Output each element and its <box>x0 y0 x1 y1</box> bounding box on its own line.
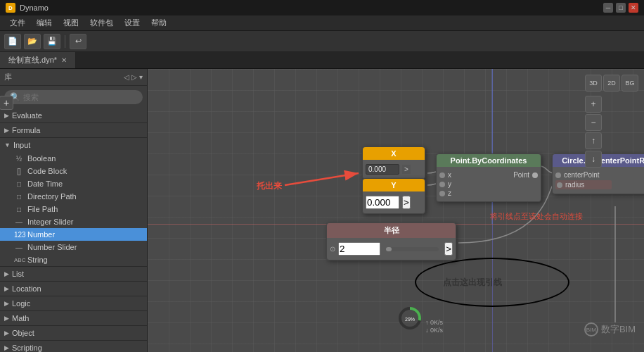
watermark: BIM 数字BIM <box>584 322 636 337</box>
node-y-arrow-btn[interactable]: > <box>402 196 411 209</box>
canvas-tool-up[interactable]: ↑ <box>585 132 602 149</box>
node-y[interactable]: Y > <box>362 178 425 214</box>
arrow-icon: ▶ <box>4 285 9 292</box>
sidebar-section-evaluate-header[interactable]: ▶ Evaluate <box>0 108 147 122</box>
canvas-area[interactable]: 将引线点至该处会自动连接 X > Y > <box>148 69 644 352</box>
menu-settings[interactable]: 设置 <box>119 16 146 30</box>
filepath-label: File Path <box>27 205 58 213</box>
minimize-button[interactable]: ─ <box>603 3 613 13</box>
app-title: Dynamo <box>20 4 603 12</box>
tab-spacer <box>76 52 644 68</box>
toolbar-save[interactable]: 💾 <box>44 34 60 49</box>
integerslider-label: Integer Slider <box>27 218 73 226</box>
section-math-label: Math <box>12 314 29 322</box>
sidebar-item-codeblock[interactable]: [] Code Block <box>0 165 147 177</box>
svg-point-7 <box>400 308 420 328</box>
arrow-icon: ▶ <box>4 344 9 351</box>
node-x-arrow-btn[interactable]: > <box>402 165 411 174</box>
watermark-logo: BIM <box>584 322 598 337</box>
sidebar-item-numberslider[interactable]: — Number Slider <box>0 241 147 253</box>
sidebar: 库 ◁ ▷ ▾ + 🔍 ▶ Evaluate ▶ Formula ▼ <box>0 69 148 352</box>
node-radius-value-input[interactable] <box>338 242 380 256</box>
menu-file[interactable]: 文件 <box>4 16 31 30</box>
tab-main[interactable]: 绘制直线.dyn* ✕ <box>0 52 76 68</box>
arrow-icon: ▶ <box>4 270 9 277</box>
canvas-tool-down[interactable]: ↓ <box>585 151 602 168</box>
node-point-y-port: y <box>439 180 487 188</box>
sidebar-section-input: ▼ Input ½ Boolean [] Code Block □ Date T… <box>0 138 147 267</box>
canvas-tool-3d[interactable]: 3D <box>585 75 602 92</box>
datetime-icon: □ <box>14 180 24 188</box>
annotation-clickline: 点击这出现引线 <box>443 277 502 289</box>
node-x-value-input[interactable] <box>366 164 399 175</box>
port-dot-y <box>439 182 445 187</box>
datetime-label: Date Time <box>27 180 63 188</box>
canvas-tool-bg[interactable]: BG <box>622 75 638 92</box>
sidebar-section-scripting-header[interactable]: ▶ Scripting <box>0 341 147 352</box>
sidebar-section-math-header[interactable]: ▶ Math <box>0 311 147 325</box>
menu-view[interactable]: 视图 <box>58 16 84 30</box>
node-circle-output-port: Circle <box>616 171 645 179</box>
svg-point-6 <box>400 308 420 328</box>
search-input[interactable] <box>23 93 137 101</box>
node-y-value-row: > <box>366 196 422 209</box>
toolbar-open[interactable]: 📂 <box>24 34 41 49</box>
menu-packages[interactable]: 软件包 <box>84 16 119 30</box>
node-point[interactable]: Point.ByCoordinates x y <box>436 153 541 202</box>
toolbar-separator <box>65 35 65 48</box>
sidebar-section-formula: ▶ Formula <box>0 123 147 138</box>
sidebar-item-number[interactable]: 123 Number <box>0 228 147 241</box>
maximize-button[interactable]: □ <box>616 3 626 13</box>
tab-close[interactable]: ✕ <box>61 56 67 64</box>
node-x-body: > <box>363 160 425 179</box>
section-location-label: Location <box>12 284 41 293</box>
svg-text:29%: 29% <box>405 317 415 322</box>
sidebar-item-datetime[interactable]: □ Date Time <box>0 177 147 190</box>
node-y-value-input[interactable] <box>366 196 399 209</box>
menu-help[interactable]: 帮助 <box>146 16 172 30</box>
sidebar-section-input-header[interactable]: ▼ Input <box>0 138 147 152</box>
number-icon: 123 <box>14 231 24 239</box>
canvas-tool-zoomin[interactable]: + <box>585 96 602 113</box>
sidebar-section-object-header[interactable]: ▶ Object <box>0 326 147 340</box>
section-list-label: List <box>12 270 24 278</box>
toolbar: 📄 📂 💾 ↩ <box>0 31 644 52</box>
node-x[interactable]: X > <box>362 146 425 180</box>
close-button[interactable]: ✕ <box>629 3 638 13</box>
canvas-tool-2d[interactable]: 2D <box>603 75 620 92</box>
node-radius-body: ⊙ > <box>327 238 456 260</box>
section-evaluate-label: Evaluate <box>12 111 42 120</box>
node-x-value-row: > <box>366 164 422 175</box>
sidebar-item-directorypath[interactable]: □ Directory Path <box>0 190 147 203</box>
section-object-label: Object <box>12 329 34 337</box>
toolbar-new[interactable]: 📄 <box>4 34 21 49</box>
node-point-output-port: Point <box>491 171 538 179</box>
node-circle[interactable]: Circle.ByCenterPointRadius centerPoint r… <box>552 153 644 194</box>
string-label: String <box>27 256 48 264</box>
canvas-tool-zoomout[interactable]: − <box>585 114 602 131</box>
progress-circle: 29% <box>397 306 423 331</box>
sidebar-section-list-header[interactable]: ▶ List <box>0 267 147 281</box>
radius-stepper-down[interactable]: ⊙ <box>330 245 335 253</box>
tab-bar: 绘制直线.dyn* ✕ <box>0 52 644 69</box>
vertical-axis <box>492 69 493 352</box>
sidebar-item-filepath[interactable]: □ File Path <box>0 203 147 215</box>
arrow-icon: ▶ <box>4 300 9 307</box>
sidebar-item-integerslider[interactable]: — Integer Slider <box>0 215 147 228</box>
boolean-label: Boolean <box>27 154 56 163</box>
sidebar-section-formula-header[interactable]: ▶ Formula <box>0 123 147 137</box>
sidebar-section-location-header[interactable]: ▶ Location <box>0 282 147 296</box>
node-radius-arrow-btn[interactable]: > <box>444 242 453 256</box>
add-node-button[interactable]: + <box>0 96 13 110</box>
sidebar-section-logic-header[interactable]: ▶ Logic <box>0 296 147 310</box>
sidebar-item-string[interactable]: ABC String <box>0 253 147 266</box>
node-radius[interactable]: 半径 ⊙ > <box>326 222 456 260</box>
toolbar-undo[interactable]: ↩ <box>70 34 86 49</box>
number-label: Number <box>27 230 55 239</box>
sidebar-controls: ◁ ▷ ▾ <box>124 73 143 81</box>
node-y-body: > <box>363 191 425 213</box>
menu-edit[interactable]: 编辑 <box>31 16 58 30</box>
sidebar-section-math: ▶ Math <box>0 311 147 326</box>
sidebar-item-boolean[interactable]: ½ Boolean <box>0 152 147 165</box>
node-x-header: X <box>363 147 425 160</box>
